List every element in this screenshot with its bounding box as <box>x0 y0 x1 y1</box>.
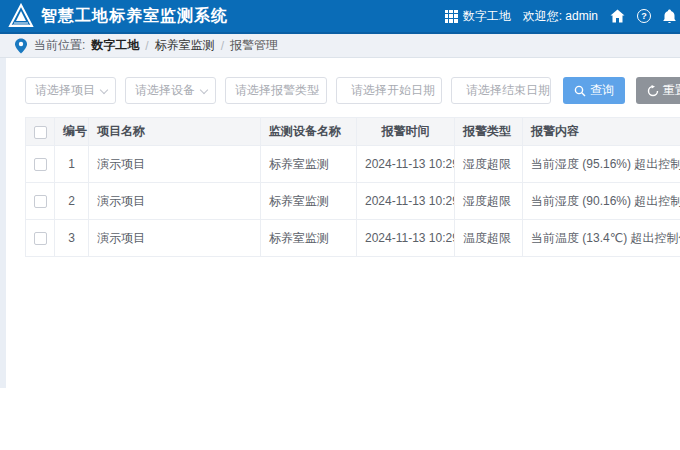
breadcrumb: 当前位置: 数字工地 / 标养室监测 / 报警管理 <box>0 34 680 58</box>
end-date-input[interactable]: 请选择结束日期 <box>451 77 551 104</box>
app-switcher[interactable]: 数字工地 <box>445 8 511 25</box>
row-checkbox[interactable] <box>34 232 47 245</box>
cell-no: 3 <box>55 220 89 257</box>
cell-type: 温度超限 <box>455 220 523 257</box>
app-title: 智慧工地标养室监测系统 <box>41 6 228 27</box>
table-row[interactable]: 3 演示项目 标养室监测 2024-11-13 10:29:25 温度超限 当前… <box>26 220 680 257</box>
refresh-icon <box>647 85 659 97</box>
help-icon[interactable]: ? <box>637 9 651 23</box>
breadcrumb-separator: / <box>145 39 148 53</box>
table-row[interactable]: 1 演示项目 标养室监测 2024-11-13 10:29:25 湿度超限 当前… <box>26 146 680 183</box>
chevron-down-icon <box>100 86 108 94</box>
header-left: 智慧工地标养室监测系统 <box>8 3 228 29</box>
column-header-type: 报警类型 <box>455 118 523 146</box>
project-select-placeholder: 请选择项目 <box>35 82 95 99</box>
app-switcher-label: 数字工地 <box>463 8 511 25</box>
filter-toolbar: 请选择项目 请选择设备 请选择报警类型 请选择开始日期 <box>0 58 680 104</box>
query-button[interactable]: 查询 <box>563 77 625 104</box>
breadcrumb-label: 当前位置: <box>34 37 85 54</box>
column-header-project: 项目名称 <box>89 118 261 146</box>
table-header-row: 编号 项目名称 监测设备名称 报警时间 报警类型 报警内容 <box>26 118 680 146</box>
header-right: 数字工地 欢迎您: admin ? <box>445 8 676 25</box>
cell-time: 2024-11-13 10:29:25 <box>357 146 455 183</box>
column-header-time: 报警时间 <box>357 118 455 146</box>
welcome-text: 欢迎您: admin <box>523 8 598 25</box>
bell-icon[interactable] <box>663 9 676 24</box>
breadcrumb-item-home[interactable]: 数字工地 <box>91 37 139 54</box>
chevron-down-icon <box>200 86 208 94</box>
cell-time: 2024-11-13 10:29:25 <box>357 220 455 257</box>
project-select[interactable]: 请选择项目 <box>25 77 116 104</box>
query-button-label: 查询 <box>590 82 614 99</box>
alarm-type-select[interactable]: 请选择报警类型 <box>225 77 327 104</box>
column-header-device: 监测设备名称 <box>261 118 357 146</box>
cell-no: 2 <box>55 183 89 220</box>
cell-project: 演示项目 <box>89 183 261 220</box>
cell-project: 演示项目 <box>89 146 261 183</box>
app-header: 智慧工地标养室监测系统 数字工地 欢迎您: admin ? <box>0 0 680 34</box>
breadcrumb-separator: / <box>221 39 224 53</box>
mountain-logo-icon <box>8 3 34 29</box>
device-select-placeholder: 请选择设备 <box>135 82 195 99</box>
column-header-content: 报警内容 <box>523 118 680 146</box>
cell-project: 演示项目 <box>89 220 261 257</box>
main-content: 请选择项目 请选择设备 请选择报警类型 请选择开始日期 <box>0 58 680 448</box>
cell-content: 当前湿度 (95.16%) 超出控制值范围 (9... <box>523 146 680 183</box>
select-all-checkbox[interactable] <box>34 126 47 139</box>
alarm-table: 编号 项目名称 监测设备名称 报警时间 报警类型 报警内容 1 演示项目 标养室… <box>25 117 680 257</box>
reset-button-label: 重置 <box>663 82 680 99</box>
start-date-placeholder: 请选择开始日期 <box>351 82 435 99</box>
cell-no: 1 <box>55 146 89 183</box>
table-row[interactable]: 2 演示项目 标养室监测 2024-11-13 10:29:25 湿度超限 当前… <box>26 183 680 220</box>
welcome-label: 欢迎您: <box>523 9 562 23</box>
username: admin <box>565 9 598 23</box>
cell-content: 当前湿度 (90.16%) 超出控制值范围 (9... <box>523 183 680 220</box>
cell-type: 湿度超限 <box>455 146 523 183</box>
cell-device: 标养室监测 <box>261 146 357 183</box>
cell-content: 当前温度 (13.4℃) 超出控制值范围 (20... <box>523 220 680 257</box>
cell-time: 2024-11-13 10:29:25 <box>357 183 455 220</box>
device-select[interactable]: 请选择设备 <box>125 77 216 104</box>
cell-device: 标养室监测 <box>261 220 357 257</box>
cell-type: 湿度超限 <box>455 183 523 220</box>
end-date-placeholder: 请选择结束日期 <box>466 82 550 99</box>
home-icon[interactable] <box>610 9 625 23</box>
cell-device: 标养室监测 <box>261 183 357 220</box>
alarm-type-select-placeholder: 请选择报警类型 <box>235 82 319 99</box>
left-edge-stripe <box>0 58 6 388</box>
breadcrumb-item-monitor[interactable]: 标养室监测 <box>155 37 215 54</box>
start-date-input[interactable]: 请选择开始日期 <box>336 77 442 104</box>
grid-icon <box>445 10 458 23</box>
reset-button[interactable]: 重置 <box>636 77 680 104</box>
search-icon <box>574 85 586 97</box>
column-header-no: 编号 <box>55 118 89 146</box>
breadcrumb-item-current: 报警管理 <box>230 37 278 54</box>
row-checkbox[interactable] <box>34 158 47 171</box>
row-checkbox[interactable] <box>34 195 47 208</box>
location-pin-icon <box>14 38 28 54</box>
